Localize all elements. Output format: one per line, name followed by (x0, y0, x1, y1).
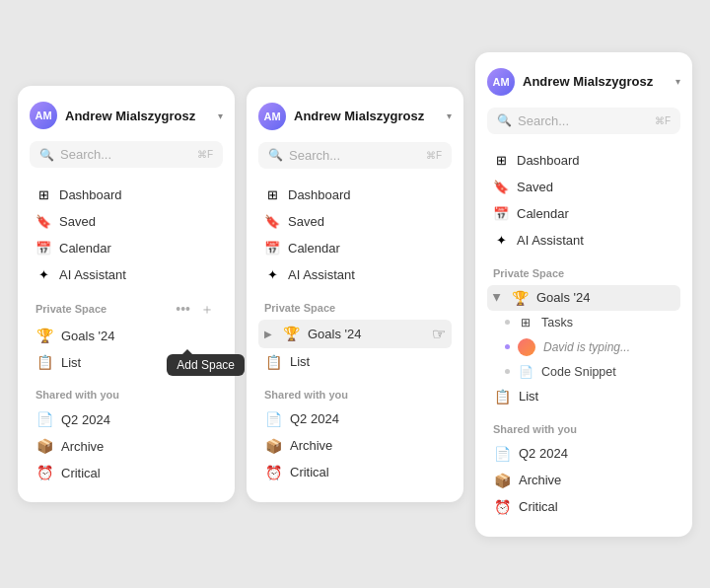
dashboard-icon-2: ⊞ (264, 187, 280, 203)
sub-dot-tasks (505, 320, 510, 325)
nav-dashboard-label-2: Dashboard (288, 187, 351, 202)
shared-archive-3[interactable]: 📦 Archive (487, 468, 680, 493)
cursor-icon: ☞ (432, 325, 446, 343)
search-icon-3: 🔍 (497, 113, 512, 127)
search-shortcut: ⌘F (197, 149, 213, 160)
avatar-3: AM (487, 68, 515, 96)
nav-calendar[interactable]: 📅 Calendar (30, 235, 223, 260)
goals-icon-3: 🏆 (511, 290, 529, 306)
expand-arrow-icon: ▶ (264, 329, 272, 339)
user-row-3[interactable]: AM Andrew Mialszygrosz ▾ (487, 68, 680, 96)
shared-q2-label-3: Q2 2024 (519, 446, 568, 461)
sub-code-label: Code Snippet (541, 365, 616, 379)
list-icon-2: 📋 (264, 354, 282, 370)
sub-david-label: David is typing... (543, 340, 630, 354)
archive-icon: 📦 (36, 438, 53, 454)
shared-archive[interactable]: 📦 Archive (30, 433, 223, 459)
sub-david[interactable]: David is typing... (495, 334, 680, 360)
chevron-down-icon-3: ▾ (675, 76, 680, 87)
nav-ai-label-2: AI Assistant (288, 267, 355, 282)
shared-critical[interactable]: ⏰ Critical (30, 460, 223, 485)
critical-icon: ⏰ (36, 465, 53, 480)
user-row-2[interactable]: AM Andrew Mialszygrosz ▾ (258, 103, 452, 130)
goals-icon: 🏆 (36, 328, 53, 343)
critical-icon-2: ⏰ (264, 465, 282, 480)
avatar: AM (30, 102, 57, 129)
nav-saved-3[interactable]: 🔖 Saved (487, 175, 680, 200)
nav-ai-label: AI Assistant (59, 267, 126, 282)
add-space-button[interactable]: ＋ (197, 301, 217, 317)
shared-q2-label: Q2 2024 (61, 412, 110, 427)
nav-dashboard-label-3: Dashboard (517, 153, 580, 168)
nav-dashboard-2[interactable]: ⊞ Dashboard (258, 183, 452, 208)
space-goals[interactable]: 🏆 Goals '24 (30, 323, 223, 348)
private-space-header-3: Private Space (487, 267, 680, 279)
nav-saved-label-3: Saved (517, 180, 553, 194)
q2-icon: 📄 (36, 411, 53, 427)
space-list-label-3: List (519, 389, 538, 404)
user-row[interactable]: AM Andrew Mialszygrosz ▾ (30, 102, 223, 129)
more-options-button[interactable]: ••• (173, 301, 193, 317)
shared-critical-3[interactable]: ⏰ Critical (487, 494, 680, 520)
search-bar-3[interactable]: 🔍 Search... ⌘F (487, 108, 680, 134)
nav-saved-label: Saved (59, 214, 96, 229)
nav-saved-2[interactable]: 🔖 Saved (258, 209, 452, 235)
shared-q2-3[interactable]: 📄 Q2 2024 (487, 441, 680, 467)
shared-archive-label: Archive (61, 439, 104, 454)
code-icon: 📄 (518, 365, 533, 379)
chevron-down-icon: ▾ (218, 110, 223, 121)
space-list-label-2: List (290, 354, 310, 369)
space-list[interactable]: 📋 List (30, 349, 223, 375)
nav-dashboard-3[interactable]: ⊞ Dashboard (487, 148, 680, 174)
goals-sub-items: ⊞ Tasks David is typing... 📄 Code Snippe… (495, 312, 680, 383)
space-list-3[interactable]: 📋 List (487, 384, 680, 409)
shared-critical-2[interactable]: ⏰ Critical (258, 460, 452, 485)
saved-icon-3: 🔖 (493, 180, 509, 195)
panel-1: AM Andrew Mialszygrosz ▾ 🔍 Search... ⌘F … (18, 86, 235, 502)
shared-archive-label-2: Archive (290, 438, 332, 453)
user-name-2: Andrew Mialszygrosz (294, 109, 439, 123)
ai-icon-2: ✦ (264, 267, 280, 283)
archive-icon-2: 📦 (264, 438, 282, 454)
search-shortcut-3: ⌘F (655, 115, 671, 126)
q2-icon-3: 📄 (493, 446, 511, 462)
search-bar[interactable]: 🔍 Search... ⌘F (30, 141, 223, 168)
saved-icon-2: 🔖 (264, 214, 280, 230)
nav-ai-assistant[interactable]: ✦ AI Assistant (30, 261, 223, 287)
section-actions: ••• ＋ (173, 301, 217, 317)
space-goals-label: Goals '24 (61, 329, 115, 343)
panel-2: AM Andrew Mialszygrosz ▾ 🔍 Search... ⌘F … (247, 87, 463, 502)
calendar-icon-2: 📅 (264, 241, 280, 257)
sub-tasks[interactable]: ⊞ Tasks (495, 312, 680, 333)
expand-arrow-icon-3: ▶ (492, 294, 503, 302)
shared-header-2: Shared with you (258, 389, 452, 401)
shared-archive-label-3: Archive (519, 473, 561, 487)
nav-dashboard[interactable]: ⊞ Dashboard (30, 182, 223, 207)
shared-critical-label: Critical (61, 466, 101, 480)
search-bar-2[interactable]: 🔍 Search... ⌘F (258, 142, 452, 169)
nav-calendar-2[interactable]: 📅 Calendar (258, 236, 452, 261)
space-list-label: List (61, 355, 81, 370)
space-goals-label-2: Goals '24 (308, 327, 362, 341)
shared-q2-2[interactable]: 📄 Q2 2024 (258, 406, 452, 432)
sub-code[interactable]: 📄 Code Snippet (495, 361, 680, 383)
private-space-header: Private Space ••• ＋ (30, 301, 223, 317)
ai-icon-3: ✦ (493, 233, 509, 249)
nav-saved[interactable]: 🔖 Saved (30, 208, 223, 234)
shared-archive-2[interactable]: 📦 Archive (258, 433, 452, 459)
space-goals-3[interactable]: ▶ 🏆 Goals '24 (487, 285, 680, 311)
shared-q2[interactable]: 📄 Q2 2024 (30, 406, 223, 432)
nav-saved-label-2: Saved (288, 214, 324, 229)
user-name: Andrew Mialszygrosz (65, 109, 210, 123)
nav-calendar-label-2: Calendar (288, 241, 340, 256)
nav-ai-3[interactable]: ✦ AI Assistant (487, 228, 680, 254)
nav-calendar-3[interactable]: 📅 Calendar (487, 201, 680, 227)
space-list-2[interactable]: 📋 List (258, 349, 452, 375)
shared-header-3: Shared with you (487, 423, 680, 435)
dashboard-icon: ⊞ (36, 186, 51, 202)
search-icon-2: 🔍 (268, 148, 283, 162)
space-goals-2[interactable]: ▶ 🏆 Goals '24 ☞ (258, 320, 452, 348)
nav-ai-2[interactable]: ✦ AI Assistant (258, 262, 452, 288)
private-space-header-2: Private Space (258, 302, 452, 314)
sub-tasks-label: Tasks (541, 316, 573, 330)
